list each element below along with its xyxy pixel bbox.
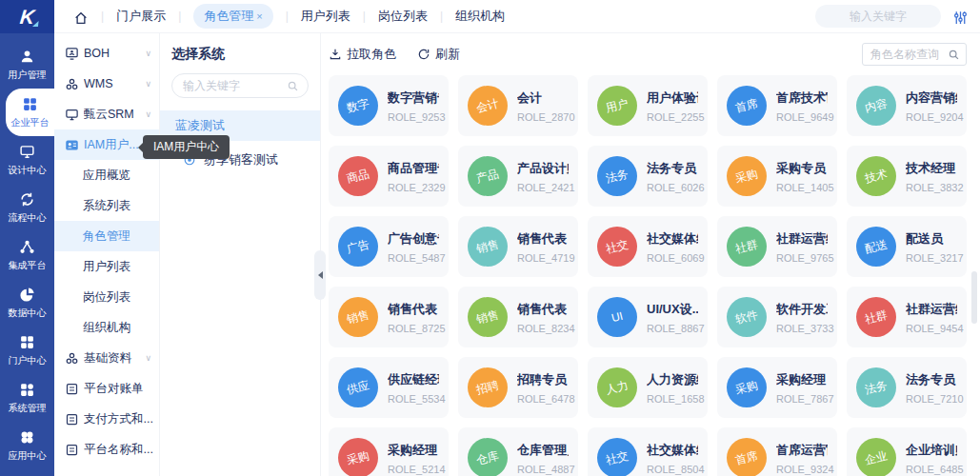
chevron-down-icon[interactable]: ∨ bbox=[145, 49, 151, 58]
panel-collapse-handle[interactable] bbox=[314, 250, 326, 300]
chevron-down-icon[interactable]: ∨ bbox=[145, 79, 151, 89]
home-icon[interactable] bbox=[73, 9, 89, 24]
data-pie-icon bbox=[19, 287, 35, 303]
role-title: 首席技术官(... bbox=[776, 89, 828, 107]
role-card[interactable]: 首席 首席技术官(... ROLE_9649 bbox=[717, 75, 837, 136]
keyword-search-input[interactable] bbox=[815, 5, 941, 28]
pull-roles-button[interactable]: 拉取角色 bbox=[329, 46, 396, 63]
role-card[interactable]: 广告 广告创意专员 ROLE_5487 bbox=[329, 216, 449, 277]
role-avatar: 销售 bbox=[338, 297, 378, 337]
nav-extra-item[interactable]: 支付方式和... bbox=[54, 404, 159, 434]
role-card[interactable]: 软件 软件开发工程. ROLE_3733 bbox=[717, 287, 837, 347]
tab-item[interactable]: 用户列表 bbox=[301, 8, 350, 25]
role-card[interactable]: 商品 商品管理专员 ROLE_2329 bbox=[329, 146, 449, 207]
role-avatar-text: 社交 bbox=[604, 447, 630, 468]
system-search-input[interactable] bbox=[183, 79, 287, 92]
nav-extra-item[interactable]: 平台对账单 bbox=[54, 373, 159, 404]
role-card[interactable]: UI UI/UX设... ROLE_8867 bbox=[588, 287, 708, 347]
role-card[interactable]: 配送 配送员 ROLE_3217 bbox=[847, 216, 967, 277]
iam-tooltip: IAM用户中心 bbox=[143, 135, 230, 159]
role-card[interactable]: 技术 技术经理 ROLE_3832 bbox=[847, 146, 967, 207]
role-info: 数字营销专员 ROLE_9253 bbox=[388, 89, 439, 123]
role-card[interactable]: 采购 采购专员 ROLE_1405 bbox=[717, 146, 837, 207]
role-title: 销售代表 bbox=[517, 230, 569, 248]
nav-extra-label: 平台名称和... bbox=[84, 442, 155, 458]
nav-extra-item[interactable]: 平台名称和... bbox=[54, 434, 159, 465]
role-card[interactable]: 采购 采购经理 ROLE_5214 bbox=[329, 427, 449, 476]
role-info: 采购经理 ROLE_5214 bbox=[388, 442, 439, 475]
sidebar-item[interactable]: 流程中心 bbox=[0, 184, 54, 231]
role-info: 首席技术官(... ROLE_9649 bbox=[776, 89, 828, 123]
nav-submenu-item[interactable]: 角色管理 bbox=[54, 221, 159, 251]
role-card[interactable]: 法务 法务专员 ROLE_6026 bbox=[588, 146, 708, 207]
role-card[interactable]: 首席 首席运营官(... ROLE_9324 bbox=[717, 427, 837, 476]
nav-submenu-item[interactable]: 用户列表 bbox=[54, 251, 159, 282]
role-search-input[interactable] bbox=[870, 48, 948, 61]
sidebar-item-label: 数据中心 bbox=[9, 307, 47, 320]
scrollbar-thumb[interactable] bbox=[971, 271, 977, 324]
refresh-button[interactable]: 刷新 bbox=[417, 46, 460, 63]
role-card[interactable]: 社群 社群运营经理 ROLE_9765 bbox=[717, 216, 837, 277]
app-logo[interactable]: K bbox=[0, 0, 54, 33]
role-card[interactable]: 社交 社交媒体经理 ROLE_6069 bbox=[588, 216, 708, 277]
role-card[interactable]: 销售 销售代表 ROLE_8725 bbox=[329, 287, 449, 347]
nav-submenu-item[interactable]: 系统列表 bbox=[54, 190, 159, 221]
nav-extra-label: 平台对账单 bbox=[84, 381, 155, 397]
role-card[interactable]: 销售 销售代表 ROLE_4719 bbox=[458, 216, 578, 277]
tab-label: 门户展示 bbox=[116, 9, 166, 23]
role-title: 法务专员 bbox=[906, 371, 957, 388]
role-card[interactable]: 社群 社群运营经理 ROLE_9454 bbox=[847, 287, 967, 347]
role-card[interactable]: 供应 供应链经理 ROLE_5534 bbox=[329, 357, 449, 418]
role-code: ROLE_6026 bbox=[647, 182, 698, 193]
tab-label: 组织机构 bbox=[455, 9, 505, 23]
nav-extra-item[interactable]: 基础资料 ∨ bbox=[54, 343, 159, 373]
filter-icon[interactable] bbox=[952, 9, 969, 25]
nav-submenu-item[interactable]: 岗位列表 bbox=[54, 282, 159, 312]
tab-item[interactable]: 岗位列表 bbox=[378, 8, 428, 25]
role-avatar-text: UI bbox=[610, 309, 624, 325]
role-card[interactable]: 社交 社交媒体经理 ROLE_8504 bbox=[588, 427, 708, 476]
sidebar-item[interactable]: 应用中心 bbox=[0, 422, 54, 469]
tab-item[interactable]: 角色管理× bbox=[193, 4, 272, 29]
role-card[interactable]: 销售 销售代表 ROLE_8234 bbox=[458, 287, 578, 347]
sidebar-item[interactable]: 门户中心 bbox=[0, 327, 54, 374]
role-card[interactable]: 人力 人力资源经理 ROLE_1658 bbox=[588, 357, 708, 418]
tab-close-icon[interactable]: × bbox=[256, 10, 262, 22]
role-title: 社交媒体经理 bbox=[647, 442, 698, 459]
nav-submenu-item[interactable]: 组织机构 bbox=[54, 312, 159, 343]
tab-separator: | bbox=[440, 10, 443, 23]
refresh-icon bbox=[417, 48, 430, 61]
role-avatar: 销售 bbox=[468, 227, 508, 267]
role-info: 社交媒体经理 ROLE_6069 bbox=[647, 230, 698, 264]
role-card[interactable]: 会计 会计 ROLE_2870 bbox=[458, 75, 578, 136]
nav-submenu-item[interactable]: 应用概览 bbox=[54, 160, 159, 190]
sidebar-item[interactable]: 数据中心 bbox=[0, 279, 54, 327]
role-avatar: 人力 bbox=[597, 367, 637, 407]
role-card[interactable]: 产品 产品设计师 ROLE_2421 bbox=[458, 146, 578, 207]
sidebar-item[interactable]: 集成平台 bbox=[0, 231, 54, 279]
nav-group-item[interactable]: 甄云SRM ∨ bbox=[54, 99, 159, 129]
nav-group-item[interactable]: WMS ∨ bbox=[54, 69, 159, 99]
role-card[interactable]: 数字 数字营销专员 ROLE_9253 bbox=[329, 75, 449, 136]
sidebar-item[interactable]: 用户管理 bbox=[0, 41, 54, 89]
sidebar-item[interactable]: 系统管理 bbox=[0, 374, 54, 422]
role-card[interactable]: 企业 企业培训师 ROLE_6485 bbox=[847, 427, 967, 476]
collapse-arrow-icon bbox=[318, 271, 323, 279]
tab-item[interactable]: 组织机构 bbox=[455, 8, 505, 25]
srm-icon bbox=[65, 108, 79, 122]
tab-item[interactable]: 门户展示 bbox=[116, 8, 166, 25]
role-card[interactable]: 用户 用户体验设计. ROLE_2255 bbox=[588, 75, 708, 136]
role-card[interactable]: 采购 采购经理 ROLE_7867 bbox=[717, 357, 837, 418]
role-title: 销售代表 bbox=[388, 301, 439, 318]
role-avatar-text: 首席 bbox=[733, 95, 759, 116]
nav-group-item[interactable]: BOH ∨ bbox=[54, 38, 159, 69]
role-card[interactable]: 仓库 仓库管理员 ROLE_4887 bbox=[458, 427, 578, 476]
role-card[interactable]: 招聘 招聘专员 ROLE_6478 bbox=[458, 357, 578, 418]
sidebar-item[interactable]: 设计中心 bbox=[0, 136, 54, 184]
chevron-down-icon[interactable]: ∨ bbox=[145, 109, 151, 119]
role-card[interactable]: 法务 法务专员 ROLE_7210 bbox=[847, 357, 967, 418]
role-avatar-text: 首席 bbox=[733, 447, 759, 468]
sidebar-item[interactable]: 企业平台 bbox=[6, 89, 54, 136]
role-card[interactable]: 内容 内容营销经理 ROLE_9204 bbox=[847, 75, 967, 136]
chevron-down-icon[interactable]: ∨ bbox=[145, 353, 151, 363]
